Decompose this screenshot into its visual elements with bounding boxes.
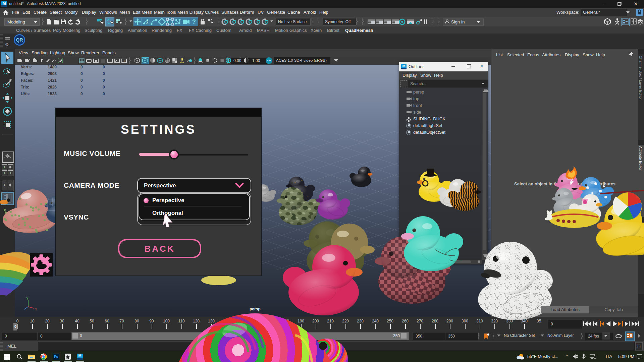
svg-text:T: T [123,59,125,63]
svg-text:x: x [35,307,37,311]
svg-text:y: y [26,296,28,300]
svg-text:?: ? [192,18,196,25]
